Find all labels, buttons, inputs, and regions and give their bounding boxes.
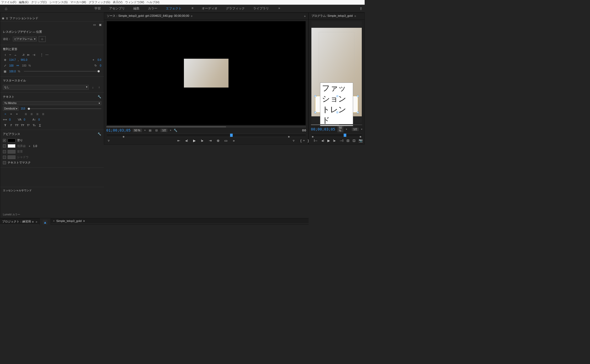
tab-audio[interactable]: オーディオ bbox=[202, 6, 217, 11]
tab-effects[interactable]: エフェクト bbox=[166, 6, 182, 11]
play-icon[interactable]: ▶ bbox=[192, 139, 197, 143]
essential-sound-tab[interactable]: エッセンシャルサウンド bbox=[0, 187, 104, 194]
mark-out-icon[interactable]: ⇥ bbox=[208, 139, 212, 143]
mark-in-icon[interactable]: ⇤ bbox=[176, 139, 181, 143]
rotation-val[interactable]: 0 bbox=[100, 64, 101, 67]
goto-out-icon[interactable]: →I bbox=[339, 139, 343, 143]
menu-graphic[interactable]: グラフィック(G) bbox=[89, 0, 110, 4]
font-select[interactable]: Yu Mincho▾ bbox=[3, 101, 101, 105]
export-icon[interactable]: ⇪ bbox=[359, 7, 363, 11]
scale-y[interactable]: 100 bbox=[22, 64, 26, 67]
mark-in-bracket-icon[interactable]: { bbox=[299, 139, 303, 143]
program-zoom-pct[interactable]: 50 % bbox=[337, 126, 343, 132]
distribute-v-icon[interactable]: ⋯ bbox=[45, 53, 49, 57]
source-timecode[interactable]: 01;00;03;05 bbox=[106, 128, 131, 132]
source-settings-icon[interactable]: 🔧 bbox=[174, 129, 177, 132]
source-grid-icon[interactable]: ▤ bbox=[148, 128, 152, 132]
timeline-tab[interactable]: Simple_telop3_gold bbox=[56, 219, 82, 222]
group-icon[interactable]: ▣ bbox=[98, 23, 102, 27]
timeline-tab-close-icon[interactable]: × bbox=[53, 219, 55, 222]
tab-overflow-icon[interactable]: » bbox=[278, 6, 280, 11]
align-left-icon[interactable]: ⫞ bbox=[3, 53, 7, 57]
tab-color[interactable]: カラー bbox=[148, 6, 157, 11]
program-timecode[interactable]: 00;00;03;05 bbox=[311, 127, 335, 131]
justify-center-icon[interactable]: ≣ bbox=[29, 112, 34, 116]
master-style-select[interactable]: なし ▾ bbox=[3, 85, 89, 90]
anchor-val[interactable]: 0.0 bbox=[98, 58, 101, 61]
tab-editing[interactable]: 編集 bbox=[133, 6, 140, 11]
layer-name[interactable]: ファッショントレンド bbox=[9, 16, 38, 20]
allcaps-icon[interactable]: TT bbox=[14, 123, 19, 127]
opacity-val[interactable]: 100.0 bbox=[9, 70, 16, 73]
play-icon[interactable]: ▶ bbox=[327, 139, 330, 143]
telop-text[interactable]: ファッショントレンド bbox=[320, 83, 353, 126]
layer-visibility-icon[interactable]: ◉ bbox=[2, 17, 4, 20]
menu-view[interactable]: 表示(V) bbox=[113, 0, 123, 4]
fill-check[interactable]: ✓ bbox=[3, 139, 6, 142]
program-viewport[interactable]: ファッショントレンド bbox=[311, 21, 362, 123]
tracking-val[interactable]: 0 bbox=[9, 118, 11, 121]
position-y[interactable]: 981.0 bbox=[21, 58, 27, 61]
program-zoom-scroll[interactable] bbox=[311, 124, 362, 125]
telop-container[interactable]: ファッショントレンド bbox=[315, 96, 358, 113]
justify-right-icon[interactable]: ≣ bbox=[35, 112, 40, 116]
timeline-timecode[interactable]: 00;00;03;05 bbox=[51, 224, 309, 225]
push-style-icon[interactable]: ↓ bbox=[91, 85, 95, 89]
lumetri-tab[interactable]: Lumetri カラー bbox=[0, 213, 104, 218]
tab-assembly[interactable]: アセンブリ bbox=[109, 6, 125, 11]
menu-marker[interactable]: マーカー(M) bbox=[70, 0, 86, 4]
source-viewport[interactable] bbox=[107, 21, 306, 125]
timeline-menu-icon[interactable]: ≡ bbox=[83, 219, 85, 222]
mark-out-bracket-icon[interactable]: } bbox=[306, 139, 311, 143]
extract-icon[interactable]: ⊡ bbox=[353, 139, 355, 143]
leading-val[interactable]: 0 bbox=[38, 118, 40, 121]
chevron-down-icon[interactable]: ▼ bbox=[346, 128, 348, 131]
program-resolution[interactable]: 1/2 bbox=[352, 128, 359, 131]
tab-graphics[interactable]: グラフィック bbox=[226, 6, 245, 11]
resize-handle-icon[interactable] bbox=[337, 112, 338, 113]
project-collapse-icon[interactable]: » bbox=[36, 220, 37, 223]
export-frame-icon[interactable]: 📷 bbox=[359, 139, 363, 143]
align-vcenter-icon[interactable]: ⫢ bbox=[26, 53, 31, 57]
bg-check[interactable] bbox=[3, 150, 6, 153]
kerning-val[interactable]: 0 bbox=[24, 118, 25, 121]
program-menu-icon[interactable]: ≡ bbox=[354, 14, 356, 18]
chevron-down-icon[interactable]: ▼ bbox=[144, 129, 146, 132]
font-size[interactable]: 153 bbox=[21, 107, 25, 110]
align-center-text-icon[interactable]: ≡ bbox=[9, 112, 13, 116]
source-handle-icon[interactable]: ⊟ bbox=[154, 128, 158, 132]
source-zoom-scroll[interactable] bbox=[106, 126, 306, 127]
chevron-down-icon[interactable]: ▼ bbox=[169, 129, 172, 132]
justify-full-icon[interactable]: ≣ bbox=[41, 112, 45, 116]
home-icon[interactable]: ⌂ bbox=[2, 6, 10, 11]
insert-icon[interactable]: ⊕ bbox=[216, 139, 220, 143]
source-resolution[interactable]: 1/2 bbox=[161, 129, 167, 132]
appearance-settings-icon[interactable]: 🔧 bbox=[98, 132, 101, 136]
step-back-icon[interactable]: ◂I bbox=[321, 139, 324, 143]
text-settings-icon[interactable]: 🔧 bbox=[98, 95, 101, 99]
scale-x[interactable]: 100 bbox=[9, 64, 14, 67]
new-layer-icon[interactable]: ▭ bbox=[92, 23, 97, 27]
stroke-width[interactable]: 1.0 bbox=[33, 144, 37, 148]
program-canvas[interactable]: ファッショントレンド bbox=[311, 28, 362, 116]
smallcaps-icon[interactable]: Tᴛ bbox=[20, 123, 25, 127]
bg-swatch[interactable] bbox=[8, 150, 15, 154]
superscript-icon[interactable]: T¹ bbox=[26, 123, 31, 127]
pull-style-icon[interactable]: ↑ bbox=[97, 85, 101, 89]
align-right-icon[interactable]: ⫠ bbox=[13, 53, 18, 57]
tab-effects-menu-icon[interactable]: ≡ bbox=[192, 6, 193, 11]
menu-edit[interactable]: 編集(E) bbox=[19, 0, 29, 4]
add-stroke-icon[interactable]: ＋ bbox=[27, 144, 31, 148]
pin-icon[interactable]: ⊹ bbox=[39, 36, 46, 42]
tab-learn[interactable]: 学習 bbox=[94, 6, 101, 11]
resize-handle-icon[interactable] bbox=[337, 95, 338, 97]
mask-check[interactable] bbox=[3, 161, 6, 164]
program-mini-ruler[interactable] bbox=[311, 133, 362, 137]
shadow-check[interactable] bbox=[3, 156, 6, 159]
align-left-text-icon[interactable]: ≡ bbox=[3, 112, 8, 116]
align-top-icon[interactable]: ⫡ bbox=[21, 53, 25, 57]
chevron-down-icon[interactable]: ▼ bbox=[361, 128, 363, 131]
step-back-icon[interactable]: ◂I bbox=[184, 139, 189, 143]
source-menu-icon[interactable]: ≡ bbox=[191, 14, 192, 18]
overwrite-icon[interactable]: ▭ bbox=[224, 139, 228, 143]
